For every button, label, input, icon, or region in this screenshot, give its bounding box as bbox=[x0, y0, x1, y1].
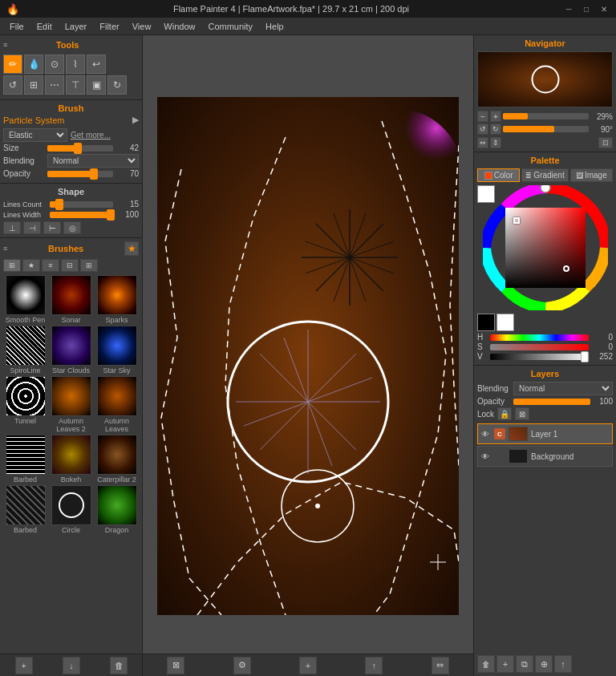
menu-bar: FileEditLayerFilterViewWindowCommunityHe… bbox=[0, 18, 616, 35]
brush-tool[interactable]: ✏ bbox=[3, 55, 22, 74]
sym-btn-3[interactable]: ⊢ bbox=[43, 221, 61, 234]
menu-layer[interactable]: Layer bbox=[59, 20, 94, 33]
brush-style-select[interactable]: Elastic Smoke Fire bbox=[3, 128, 67, 142]
merge-layers-button[interactable]: ⊕ bbox=[535, 655, 553, 673]
menu-window[interactable]: Window bbox=[157, 20, 201, 33]
layer1-visibility-toggle[interactable]: 👁 bbox=[480, 428, 491, 439]
brush-star-sky[interactable]: Star Sky bbox=[95, 326, 139, 374]
close-button[interactable]: ✕ bbox=[598, 3, 610, 14]
fit-view-button[interactable]: ⊡ bbox=[598, 137, 613, 148]
zoom-out-button[interactable]: − bbox=[477, 111, 488, 122]
bucket-tool[interactable]: ⊙ bbox=[45, 55, 64, 74]
tab-image[interactable]: 🖼 Image bbox=[570, 168, 613, 182]
brush-barbed-2[interactable]: Barbed bbox=[3, 485, 47, 534]
sym-btn-2[interactable]: ⊣ bbox=[23, 221, 41, 234]
white-color-swatch[interactable] bbox=[477, 185, 495, 203]
canvas-area[interactable] bbox=[143, 35, 473, 676]
add-brush-button[interactable]: + bbox=[15, 657, 33, 674]
filter-fav[interactable]: ★ bbox=[22, 259, 40, 272]
canvas-export-button[interactable]: ↑ bbox=[365, 657, 383, 674]
menu-community[interactable]: Community bbox=[201, 20, 259, 33]
rotate-tool[interactable]: ↺ bbox=[3, 75, 22, 95]
menu-help[interactable]: Help bbox=[259, 20, 290, 33]
minimize-button[interactable]: ─ bbox=[563, 3, 574, 14]
black-swatch[interactable] bbox=[477, 314, 495, 331]
white-swatch[interactable] bbox=[496, 314, 514, 331]
hue-indicator[interactable] bbox=[541, 185, 550, 192]
get-more-button[interactable]: Get more... bbox=[71, 131, 111, 140]
layer-opacity-slider[interactable] bbox=[513, 399, 590, 405]
grid-tool[interactable]: ⊞ bbox=[24, 75, 43, 95]
lock-transparency-button[interactable]: 🔒 bbox=[497, 407, 512, 420]
rotate-ccw-button[interactable]: ↺ bbox=[477, 123, 488, 135]
brush-sparks[interactable]: Sparks bbox=[95, 275, 139, 324]
filter-all[interactable]: ⊞ bbox=[3, 259, 21, 272]
brush-sonar[interactable]: Sonar bbox=[49, 275, 93, 324]
brush-barbed[interactable]: Barbed bbox=[3, 435, 47, 484]
add-layer-button[interactable]: + bbox=[496, 655, 514, 673]
dropper-tool[interactable]: 💧 bbox=[24, 55, 43, 74]
canvas-add-button[interactable]: + bbox=[299, 657, 317, 674]
brush-caterpillar-2[interactable]: Caterpillar 2 bbox=[95, 435, 139, 484]
duplicate-layer-button[interactable]: ⧉ bbox=[516, 655, 533, 673]
brush-smooth-pen[interactable]: Smooth Pen bbox=[3, 275, 47, 324]
size-slider[interactable] bbox=[47, 145, 113, 152]
tools-expand-icon[interactable]: ≡ bbox=[3, 41, 7, 49]
lock-all-button[interactable]: ⊠ bbox=[515, 407, 529, 420]
zoom-slider[interactable] bbox=[503, 113, 589, 119]
delete-brush-button[interactable]: 🗑 bbox=[110, 657, 128, 674]
lines-count-slider[interactable] bbox=[50, 201, 113, 208]
flip-h-button[interactable]: ⇔ bbox=[477, 137, 488, 148]
clear-canvas-button[interactable]: ⊠ bbox=[167, 657, 184, 674]
menu-edit[interactable]: Edit bbox=[30, 20, 59, 33]
h-slider[interactable] bbox=[490, 334, 589, 341]
menu-file[interactable]: File bbox=[3, 20, 30, 33]
filter-small[interactable]: ⊟ bbox=[61, 259, 79, 272]
artwork-canvas[interactable] bbox=[157, 97, 459, 615]
rotate-slider[interactable] bbox=[503, 126, 589, 132]
tab-color[interactable]: Color bbox=[477, 168, 520, 182]
delete-layer-button[interactable]: 🗑 bbox=[477, 655, 495, 673]
brush-spiroline[interactable]: SpiroLine bbox=[3, 326, 47, 374]
navigator-preview[interactable] bbox=[477, 51, 613, 107]
rotate-cw-button[interactable]: ↻ bbox=[490, 123, 501, 135]
mirror-tool[interactable]: ⊤ bbox=[66, 75, 85, 95]
maximize-button[interactable]: □ bbox=[581, 3, 592, 14]
layer-blend-select[interactable]: Normal Multiply bbox=[513, 382, 613, 395]
v-slider[interactable] bbox=[490, 354, 589, 360]
export-layer-button[interactable]: ↑ bbox=[554, 655, 572, 673]
background-visibility-toggle[interactable]: 👁 bbox=[480, 451, 491, 462]
import-brush-button[interactable]: ↓ bbox=[63, 657, 80, 674]
brush-autumn-leaves-2[interactable]: Autumn Leaves 2 bbox=[49, 376, 93, 433]
particle-expand-icon[interactable]: ▶ bbox=[132, 115, 139, 125]
canvas-flip-button[interactable]: ⇔ bbox=[432, 657, 449, 674]
layer-item-layer1[interactable]: 👁 C Layer 1 bbox=[477, 423, 613, 444]
flip-v-button[interactable]: ⇕ bbox=[490, 137, 501, 148]
filter-large[interactable]: ⊞ bbox=[80, 259, 98, 272]
layer-item-background[interactable]: 👁 Background bbox=[477, 446, 613, 467]
brushes-fav-btn[interactable]: ★ bbox=[124, 241, 139, 256]
brush-dragon[interactable]: Dragon bbox=[95, 485, 139, 534]
brush-circle[interactable]: Circle bbox=[49, 485, 93, 534]
eyedropper-tool[interactable]: ⌇ bbox=[66, 55, 85, 74]
menu-view[interactable]: View bbox=[126, 20, 158, 33]
menu-filter[interactable]: Filter bbox=[93, 20, 125, 33]
sym-btn-1[interactable]: ⊥ bbox=[3, 221, 21, 234]
brush-star-clouds[interactable]: Star Clouds bbox=[49, 326, 93, 374]
blending-select[interactable]: Normal Multiply Screen bbox=[47, 154, 139, 168]
opacity-slider[interactable] bbox=[47, 171, 113, 177]
lines-width-slider[interactable] bbox=[50, 212, 113, 218]
filter-custom[interactable]: ≡ bbox=[42, 259, 59, 272]
dotgrid-tool[interactable]: ⋯ bbox=[45, 75, 64, 95]
s-slider[interactable] bbox=[490, 344, 589, 350]
canvas-settings-button[interactable]: ⚙ bbox=[233, 657, 251, 674]
brush-tunnel[interactable]: Tunnel bbox=[3, 376, 47, 433]
sym-btn-4[interactable]: ◎ bbox=[63, 221, 81, 234]
brush-autumn-leaves[interactable]: Autumn Leaves bbox=[95, 376, 139, 433]
redo-tool[interactable]: ↻ bbox=[107, 75, 127, 95]
brush-bokeh[interactable]: Bokeh bbox=[49, 435, 93, 484]
undo-tool[interactable]: ↩ bbox=[87, 55, 106, 74]
zoom-in-button[interactable]: + bbox=[490, 111, 501, 122]
frame-tool[interactable]: ▣ bbox=[87, 75, 106, 95]
tab-gradient[interactable]: ≣ Gradient bbox=[521, 168, 568, 182]
